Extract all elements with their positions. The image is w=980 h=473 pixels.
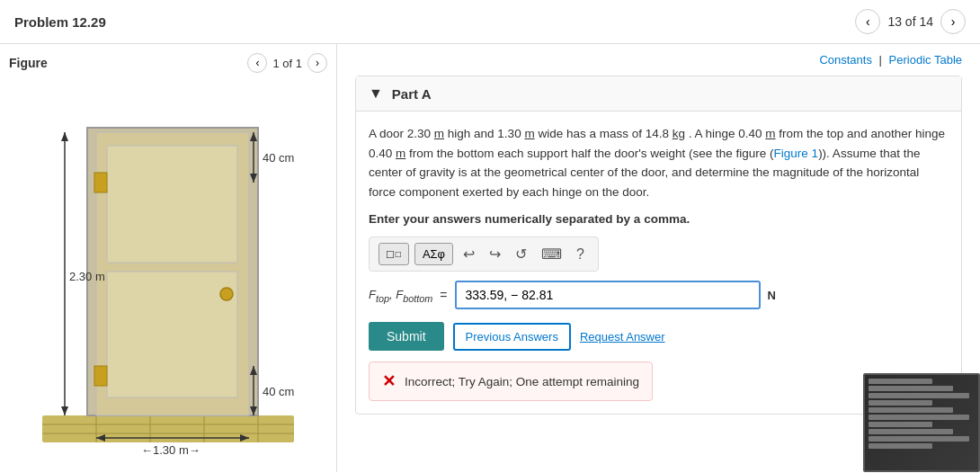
answer-row: Ftop, Fbottom = N — [369, 281, 949, 309]
thumb-line-1 — [869, 379, 932, 384]
formula-icon: □ — [387, 247, 394, 261]
figure-title: Figure — [9, 56, 48, 70]
separator: | — [879, 53, 882, 67]
svg-rect-12 — [94, 366, 107, 386]
thumb-line-5 — [869, 407, 953, 413]
thumb-line-6 — [869, 415, 969, 420]
previous-answers-button[interactable]: Previous Answers — [453, 323, 571, 351]
svg-text:←1.30 m→: ←1.30 m→ — [141, 443, 200, 457]
help-button[interactable]: ? — [572, 245, 589, 264]
equals-sign: = — [440, 288, 447, 302]
thumb-line-4 — [869, 400, 932, 406]
part-a-section: ▼ Part A A door 2.30 m high and 1.30 m w… — [355, 76, 962, 415]
thumbnail-overlay — [863, 373, 980, 472]
error-message: Incorrect; Try Again; One attempt remain… — [405, 375, 639, 388]
svg-marker-20 — [61, 406, 68, 415]
thumb-line-8 — [869, 429, 953, 434]
answer-toolbar: □ □ ΑΣφ ↩ ↪ ↺ ⌨ ? — [369, 236, 599, 272]
unit-label: N — [768, 289, 776, 302]
svg-text:40 cm: 40 cm — [263, 151, 294, 165]
thumbnail-content — [865, 375, 978, 470]
constants-bar: Constants | Periodic Table — [355, 44, 962, 76]
problem-text: A door 2.30 m high and 1.30 m wide has a… — [369, 124, 949, 201]
main-layout: Figure ‹ 1 of 1 › — [0, 44, 980, 472]
problem-nav: ‹ 13 of 14 › — [855, 9, 966, 34]
formula-button[interactable]: □ □ — [379, 243, 409, 265]
right-panel: Constants | Periodic Table ▼ Part A A do… — [337, 44, 980, 472]
prev-problem-button[interactable]: ‹ — [855, 9, 880, 34]
error-icon: ✕ — [382, 371, 396, 391]
next-problem-button[interactable]: › — [940, 9, 966, 34]
greek-button[interactable]: ΑΣφ — [414, 243, 453, 265]
figure-header: Figure ‹ 1 of 1 › — [9, 53, 327, 73]
action-row: Submit Previous Answers Request Answer — [369, 322, 949, 351]
thumb-line-9 — [869, 436, 969, 442]
figure-nav: ‹ 1 of 1 › — [247, 53, 327, 73]
svg-marker-19 — [61, 132, 68, 141]
periodic-table-link[interactable]: Periodic Table — [889, 53, 962, 67]
thumb-line-3 — [869, 393, 969, 398]
svg-rect-9 — [107, 146, 237, 263]
redo-button[interactable]: ↪ — [485, 244, 505, 264]
part-a-label: Part A — [392, 86, 432, 102]
figure-link[interactable]: Figure 1 — [774, 147, 819, 160]
constants-link[interactable]: Constants — [819, 53, 872, 67]
answer-label: Ftop, Fbottom — [369, 288, 432, 304]
reset-button[interactable]: ↺ — [511, 244, 531, 264]
svg-point-13 — [220, 288, 233, 300]
prev-figure-button[interactable]: ‹ — [247, 53, 267, 73]
figure-area: 40 cm 2.30 m ←1.30 m→ 40 cm — [9, 80, 327, 463]
header: Problem 12.29 ‹ 13 of 14 › — [0, 0, 980, 44]
part-a-body: A door 2.30 m high and 1.30 m wide has a… — [356, 112, 961, 414]
request-answer-button[interactable]: Request Answer — [580, 330, 665, 344]
door-figure-svg: 40 cm 2.30 m ←1.30 m→ 40 cm — [24, 83, 312, 460]
error-box: ✕ Incorrect; Try Again; One attempt rema… — [369, 361, 653, 401]
thumb-line-7 — [869, 422, 932, 427]
next-figure-button[interactable]: › — [307, 53, 327, 73]
svg-rect-11 — [94, 173, 107, 192]
keyboard-button[interactable]: ⌨ — [537, 244, 566, 264]
thumb-line-10 — [869, 443, 932, 449]
svg-text:40 cm: 40 cm — [263, 385, 294, 398]
thumb-line-2 — [869, 386, 953, 391]
left-panel: Figure ‹ 1 of 1 › — [0, 44, 337, 472]
undo-button[interactable]: ↩ — [459, 244, 479, 264]
problem-counter: 13 of 14 — [887, 14, 933, 29]
part-a-header: ▼ Part A — [356, 76, 961, 112]
figure-counter: 1 of 1 — [272, 57, 302, 70]
answer-input[interactable] — [455, 281, 761, 309]
svg-text:2.30 m: 2.30 m — [69, 270, 105, 283]
submit-button[interactable]: Submit — [369, 322, 444, 351]
problem-title: Problem 12.29 — [14, 14, 106, 30]
collapse-button[interactable]: ▼ — [369, 85, 383, 102]
instruction-text: Enter your answers numerically separated… — [369, 212, 949, 226]
svg-rect-10 — [107, 272, 237, 397]
